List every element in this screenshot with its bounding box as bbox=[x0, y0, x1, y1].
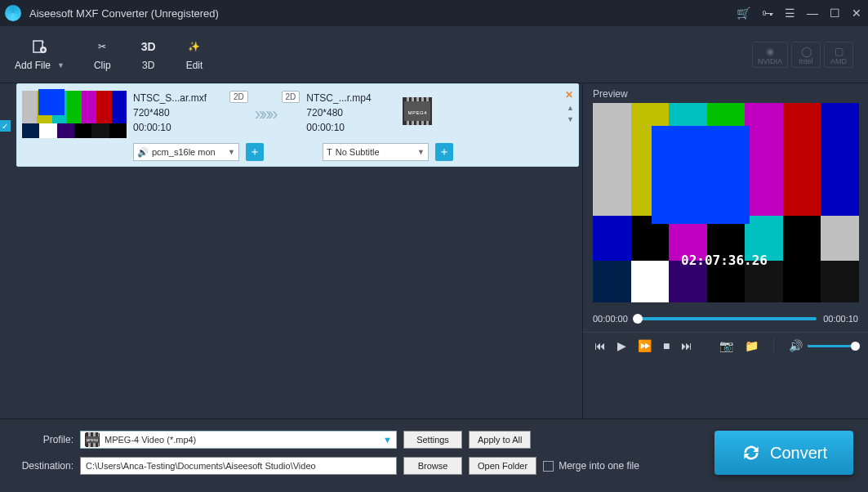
add-file-label: Add File bbox=[15, 60, 51, 71]
subtitle-label: No Subtitle bbox=[336, 147, 414, 157]
main-toolbar: Add File▼ ✂ Clip 3D 3D ✨ Edit ◉NVIDIA ◯I… bbox=[0, 26, 868, 83]
subtitle-icon: T bbox=[327, 147, 332, 157]
dest-dimensions: 720*480 bbox=[306, 105, 396, 120]
dest-format-tag: 2D bbox=[282, 91, 300, 103]
three-d-label: 3D bbox=[142, 60, 154, 71]
merge-label: Merge into one file bbox=[559, 460, 639, 472]
preview-heading: Preview bbox=[583, 83, 868, 103]
add-subtitle-button[interactable]: ＋ bbox=[435, 143, 453, 161]
arrows-icon: »»» bbox=[255, 104, 275, 125]
gpu-amd-badge: ▢AMD bbox=[824, 42, 853, 68]
volume-slider[interactable] bbox=[808, 345, 857, 347]
profile-select[interactable]: MPEG4 MPEG-4 Video (*.mp4) ▼ bbox=[80, 431, 397, 449]
source-thumbnail bbox=[22, 91, 127, 138]
destination-label: Destination: bbox=[15, 460, 73, 472]
clip-button[interactable]: ✂ Clip bbox=[94, 38, 111, 71]
profile-value: MPEG-4 Video (*.mp4) bbox=[105, 435, 196, 445]
browse-button[interactable]: Browse bbox=[403, 457, 462, 475]
source-duration: 00:00:10 bbox=[133, 120, 223, 135]
cart-icon[interactable]: 🛒 bbox=[737, 7, 750, 20]
menu-icon[interactable]: ☰ bbox=[785, 7, 795, 20]
destination-input[interactable] bbox=[80, 457, 397, 475]
preview-video[interactable]: 02:07:36.26 bbox=[593, 103, 859, 302]
add-file-icon bbox=[31, 38, 47, 55]
fast-forward-button[interactable]: ⏩ bbox=[638, 339, 652, 352]
snapshot-folder-button[interactable]: 📁 bbox=[745, 339, 759, 352]
gpu-intel-badge: ◯Intel bbox=[791, 42, 821, 68]
window-title: Aiseesoft MXF Converter (Unregistered) bbox=[29, 7, 737, 20]
play-button[interactable]: ▶ bbox=[617, 339, 626, 352]
stop-button[interactable]: ■ bbox=[663, 339, 670, 352]
timecode-overlay: 02:07:36.26 bbox=[681, 253, 768, 268]
close-button[interactable]: ✕ bbox=[852, 7, 861, 20]
source-filename: NTSC_S...ar.mxf bbox=[133, 91, 223, 105]
app-logo-icon bbox=[5, 5, 21, 21]
source-format-tag: 2D bbox=[229, 91, 248, 103]
file-list-pane: ✓ ✕ ▲ ▼ NTSC_S...ar.mxf 720*480 00:00 bbox=[0, 83, 582, 418]
magic-wand-icon: ✨ bbox=[186, 38, 203, 55]
preview-pane: Preview 02:07:36.26 00:00:00 00:00:10 ⏮ … bbox=[582, 83, 868, 418]
edit-label: Edit bbox=[186, 60, 203, 71]
settings-button[interactable]: Settings bbox=[403, 431, 462, 449]
audio-track-select[interactable]: 🔊 pcm_s16le mon ▼ bbox=[133, 143, 239, 161]
bottom-bar: Profile: MPEG4 MPEG-4 Video (*.mp4) ▼ Se… bbox=[0, 418, 868, 483]
apply-all-button[interactable]: Apply to All bbox=[469, 431, 531, 449]
volume-icon[interactable]: 🔊 bbox=[789, 339, 803, 352]
next-button[interactable]: ⏭ bbox=[681, 339, 692, 352]
audio-track-label: pcm_s16le mon bbox=[152, 147, 225, 157]
edit-button[interactable]: ✨ Edit bbox=[186, 38, 203, 71]
add-audio-button[interactable]: ＋ bbox=[246, 143, 264, 161]
chevron-down-icon: ▼ bbox=[383, 435, 392, 445]
refresh-icon bbox=[741, 442, 762, 463]
chevron-down-icon: ▼ bbox=[228, 148, 235, 156]
move-down-icon[interactable]: ▼ bbox=[567, 115, 574, 123]
subtitle-select[interactable]: T No Subtitle ▼ bbox=[323, 143, 429, 161]
gpu-nvidia-badge: ◉NVIDIA bbox=[752, 42, 788, 68]
chevron-down-icon[interactable]: ▼ bbox=[57, 61, 65, 69]
minimize-button[interactable]: — bbox=[807, 7, 818, 20]
seek-slider[interactable] bbox=[634, 317, 817, 320]
chevron-down-icon: ▼ bbox=[417, 148, 425, 156]
time-end: 00:00:10 bbox=[823, 314, 858, 324]
snapshot-button[interactable]: 📷 bbox=[719, 339, 733, 352]
file-item[interactable]: ✓ ✕ ▲ ▼ NTSC_S...ar.mxf 720*480 00:00 bbox=[16, 83, 579, 167]
three-d-button[interactable]: 3D 3D bbox=[140, 38, 157, 71]
merge-checkbox[interactable] bbox=[543, 461, 554, 472]
maximize-button[interactable]: ☐ bbox=[830, 7, 840, 20]
three-d-icon: 3D bbox=[140, 38, 157, 55]
open-folder-button[interactable]: Open Folder bbox=[469, 457, 536, 475]
time-start: 00:00:00 bbox=[593, 314, 628, 324]
move-up-icon[interactable]: ▲ bbox=[567, 104, 574, 112]
source-dimensions: 720*480 bbox=[133, 105, 223, 120]
scissors-icon: ✂ bbox=[94, 38, 110, 55]
clip-label: Clip bbox=[94, 60, 111, 71]
audio-icon: 🔊 bbox=[137, 147, 149, 158]
convert-label: Convert bbox=[770, 444, 827, 463]
prev-button[interactable]: ⏮ bbox=[594, 339, 606, 352]
key-icon[interactable]: 🗝 bbox=[762, 7, 773, 20]
convert-button[interactable]: Convert bbox=[714, 431, 853, 475]
file-checkbox[interactable]: ✓ bbox=[0, 120, 11, 132]
profile-label: Profile: bbox=[15, 434, 73, 445]
add-file-button[interactable]: Add File▼ bbox=[15, 38, 65, 71]
remove-item-button[interactable]: ✕ bbox=[565, 89, 573, 101]
dest-filename: NTSC_...r.mp4 bbox=[306, 91, 396, 105]
dest-duration: 00:00:10 bbox=[306, 120, 396, 135]
output-format-icon: MPEG4 bbox=[403, 97, 437, 132]
title-bar: Aiseesoft MXF Converter (Unregistered) 🛒… bbox=[0, 0, 868, 26]
